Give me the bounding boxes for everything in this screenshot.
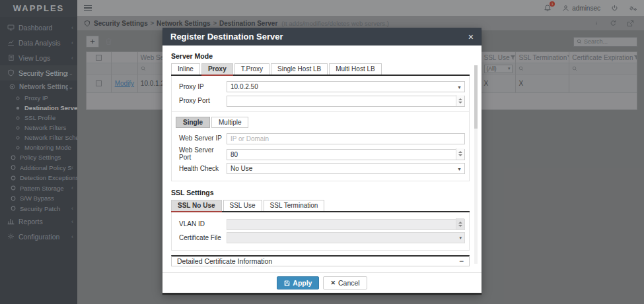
- dialog-title: Register Destination Server: [170, 32, 283, 42]
- certificate-file-select: [227, 232, 465, 243]
- close-icon[interactable]: ×: [468, 32, 474, 42]
- chevron-down-icon: ▾: [459, 235, 462, 241]
- detail-bar-label: Detailed Certificate Information: [177, 257, 272, 265]
- detailed-certificate-information-bar[interactable]: Detailed Certificate Information −: [171, 255, 470, 266]
- save-icon: [284, 280, 290, 286]
- server-mode-label: Server Mode: [171, 52, 470, 60]
- proxy-ip-select[interactable]: 10.0.2.50: [227, 81, 465, 92]
- apply-button[interactable]: Apply: [277, 276, 319, 289]
- tab-ssl-no-use[interactable]: SSL No Use: [171, 200, 222, 211]
- tab-multi-host-lb[interactable]: Multi Host LB: [329, 63, 381, 75]
- health-check-select[interactable]: No Use: [227, 163, 465, 174]
- ssl-settings-panel: VLAN ID Certificate File ▾: [171, 212, 470, 251]
- number-stepper: [456, 218, 464, 229]
- web-server-port-input[interactable]: [227, 149, 465, 160]
- tab-inline[interactable]: Inline: [171, 63, 200, 75]
- tab-single-host-lb[interactable]: Single Host LB: [271, 63, 328, 75]
- dialog-body: Server Mode Inline Proxy T.Proxy Single …: [162, 46, 482, 266]
- tab-tproxy[interactable]: T.Proxy: [234, 63, 269, 75]
- cancel-button[interactable]: ✕ Cancel: [323, 276, 367, 289]
- vlan-id-label: VLAN ID: [176, 220, 227, 228]
- vlan-id-input: [227, 219, 465, 230]
- tab-proxy[interactable]: Proxy: [201, 63, 233, 75]
- ssl-tabs: SSL No Use SSL Use SSL Termination: [171, 200, 470, 212]
- chevron-down-icon: ▼: [457, 166, 462, 171]
- proxy-port-input[interactable]: [227, 96, 465, 107]
- tab-multiple[interactable]: Multiple: [211, 117, 248, 128]
- server-mode-tabs: Inline Proxy T.Proxy Single Host LB Mult…: [171, 63, 470, 76]
- web-server-port-label: Web Server Port: [176, 146, 227, 161]
- number-stepper[interactable]: [456, 95, 464, 106]
- tab-ssl-termination[interactable]: SSL Termination: [264, 200, 325, 211]
- certificate-file-label: Certificate File: [176, 234, 227, 241]
- web-server-ip-input[interactable]: [227, 133, 465, 144]
- proxy-port-label: Proxy Port: [176, 97, 227, 104]
- server-count-tabs: Single Multiple: [176, 117, 465, 128]
- tab-single[interactable]: Single: [176, 117, 210, 128]
- health-check-label: Health Check: [176, 165, 227, 172]
- ssl-settings-label: SSL Settings: [171, 189, 470, 197]
- tab-ssl-use[interactable]: SSL Use: [223, 200, 262, 211]
- register-destination-server-dialog: Register Destination Server × Server Mod…: [162, 28, 482, 293]
- collapse-icon[interactable]: −: [459, 257, 464, 265]
- proxy-ip-label: Proxy IP: [176, 83, 227, 90]
- wapples-app: WAPPLES Dashboard‹Data Analysis‹View Log…: [0, 0, 644, 304]
- number-stepper[interactable]: [456, 148, 464, 160]
- web-server-ip-label: Web Server IP: [176, 135, 227, 142]
- modal-scrollbar[interactable]: [474, 65, 478, 264]
- dialog-header: Register Destination Server ×: [162, 28, 482, 46]
- dialog-footer: Apply ✕ Cancel: [162, 272, 482, 293]
- x-icon: ✕: [330, 280, 336, 286]
- chevron-down-icon: ▼: [457, 84, 462, 89]
- proxy-settings-panel: Proxy IP 10.0.2.50 ▼ Proxy Port: [171, 76, 470, 181]
